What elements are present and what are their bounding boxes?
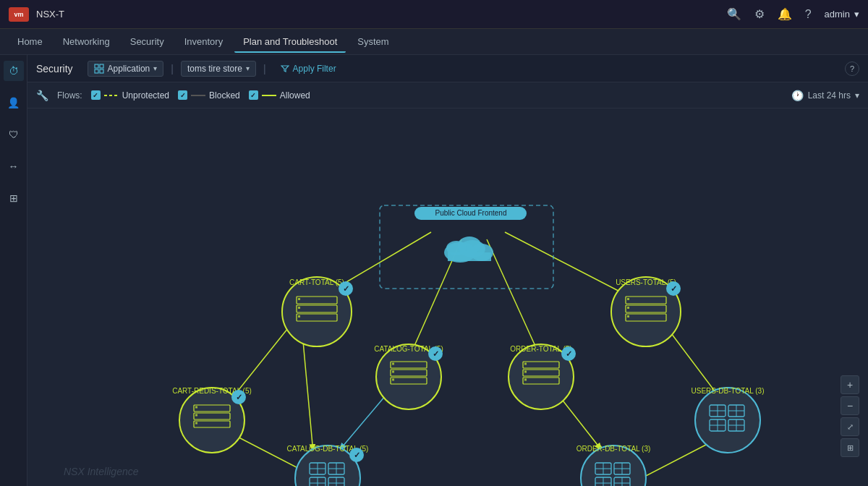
unprotected-line xyxy=(104,95,119,96)
nav-home[interactable]: Home xyxy=(9,32,51,51)
toolbar-right: 🕐 Last 24 hrs ▾ xyxy=(791,90,859,101)
fit-button[interactable]: ⤢ xyxy=(841,417,859,436)
top-bar-icons: 🔍 ⚙ 🔔 ? admin ▾ xyxy=(727,7,859,21)
zoom-in-button[interactable]: + xyxy=(841,375,859,394)
svg-text:✓: ✓ xyxy=(566,349,572,358)
application-filter-label: Application xyxy=(108,64,150,74)
svg-rect-34 xyxy=(298,307,300,309)
svg-rect-62 xyxy=(524,363,527,365)
nav-networking[interactable]: Networking xyxy=(54,32,119,51)
allowed-checkbox[interactable] xyxy=(249,90,258,100)
svg-line-12 xyxy=(339,391,389,451)
svg-rect-74 xyxy=(195,414,197,417)
store-filter-label: toms tire store xyxy=(187,64,242,74)
svg-rect-42 xyxy=(627,298,629,300)
svg-text:Public Cloud Frontend: Public Cloud Frontend xyxy=(435,209,507,217)
panel-header: Security Application ▾ | toms tire store… xyxy=(27,55,868,82)
clock-icon: 🕐 xyxy=(791,90,804,101)
allowed-label: Allowed xyxy=(280,90,310,101)
settings-icon[interactable]: ⚙ xyxy=(754,7,765,21)
app-filter-icon xyxy=(94,64,104,74)
allowed-line xyxy=(262,95,276,96)
svg-rect-0 xyxy=(95,64,98,68)
flow-unprotected[interactable]: Unprotected xyxy=(91,90,169,101)
sidebar-icon-clock[interactable]: ⏱ xyxy=(4,61,24,81)
svg-rect-1 xyxy=(100,64,103,68)
sidebar-icon-user[interactable]: 👤 xyxy=(4,93,24,113)
svg-rect-3 xyxy=(100,69,103,73)
blocked-line xyxy=(191,95,205,96)
svg-rect-32 xyxy=(298,298,300,300)
svg-rect-64 xyxy=(524,371,527,373)
app-title: NSX-T xyxy=(36,9,64,20)
sidebar-icon-grid[interactable]: ⊞ xyxy=(4,188,24,208)
sidebar-icon-shield[interactable]: 🛡 xyxy=(4,124,24,145)
svg-rect-56 xyxy=(392,379,394,381)
flow-allowed[interactable]: Allowed xyxy=(249,90,310,101)
time-label: Last 24 hrs xyxy=(808,90,851,101)
admin-menu[interactable]: admin ▾ xyxy=(825,9,859,20)
flow-blocked[interactable]: Blocked xyxy=(178,90,240,101)
blocked-label: Blocked xyxy=(209,90,240,101)
topology-diagram: Public Cloud Frontend CART-TOTAL (5) xyxy=(27,108,868,486)
svg-text:✓: ✓ xyxy=(671,284,677,293)
svg-rect-72 xyxy=(195,406,197,409)
svg-line-9 xyxy=(487,239,541,359)
svg-rect-52 xyxy=(392,363,394,365)
left-sidebar: ⏱ 👤 🛡 ↔ ⊞ xyxy=(0,55,27,486)
main-nav: Home Networking Security Inventory Plan … xyxy=(0,29,868,55)
sidebar-icon-arrow[interactable]: ↔ xyxy=(4,156,24,176)
zoom-controls: + − ⤢ ⊞ xyxy=(841,375,859,457)
store-filter[interactable]: toms tire store ▾ xyxy=(181,61,256,77)
svg-rect-54 xyxy=(392,371,394,373)
reset-button[interactable]: ⊞ xyxy=(841,438,859,457)
toolbar-left: 🔧 Flows: Unprotected Blocked Allowed xyxy=(36,90,310,101)
wrench-icon[interactable]: 🔧 xyxy=(36,90,48,101)
application-filter[interactable]: Application ▾ xyxy=(88,61,164,77)
help-icon[interactable]: ? xyxy=(805,8,812,21)
flows-label: Flows: xyxy=(57,90,82,101)
svg-text:✓: ✓ xyxy=(433,349,439,358)
svg-line-11 xyxy=(302,333,313,453)
svg-rect-2 xyxy=(95,69,98,73)
svg-rect-44 xyxy=(627,307,629,309)
bell-icon[interactable]: 🔔 xyxy=(778,7,792,21)
panel-help-button[interactable]: ? xyxy=(845,61,859,76)
main-panel: Security Application ▾ | toms tire store… xyxy=(27,55,868,486)
panel-title: Security xyxy=(36,63,73,74)
unprotected-label: Unprotected xyxy=(122,90,169,101)
svg-rect-76 xyxy=(195,422,197,425)
time-chevron[interactable]: ▾ xyxy=(855,90,859,101)
svg-text:ORDER-DB-TOTAL (3): ORDER-DB-TOTAL (3) xyxy=(576,445,651,453)
store-filter-chevron: ▾ xyxy=(246,64,250,72)
content-area: ⏱ 👤 🛡 ↔ ⊞ Security Application ▾ | toms … xyxy=(0,55,868,486)
filter-separator: | xyxy=(171,63,174,74)
svg-rect-66 xyxy=(524,379,527,381)
svg-line-7 xyxy=(505,232,635,299)
svg-rect-36 xyxy=(298,315,300,317)
diagram-area: Public Cloud Frontend CART-TOTAL (5) xyxy=(27,108,868,486)
unprotected-checkbox[interactable] xyxy=(91,90,101,100)
application-filter-chevron: ▾ xyxy=(153,64,157,72)
svg-text:CART-TOTAL (5): CART-TOTAL (5) xyxy=(289,278,344,286)
svg-text:✓: ✓ xyxy=(354,451,360,459)
svg-rect-28 xyxy=(448,252,491,261)
svg-point-79 xyxy=(695,388,760,453)
svg-text:✓: ✓ xyxy=(343,284,349,293)
svg-text:✓: ✓ xyxy=(236,393,242,401)
toolbar: 🔧 Flows: Unprotected Blocked Allowed xyxy=(27,82,868,108)
nav-security[interactable]: Security xyxy=(122,32,173,51)
top-bar: vm NSX-T 🔍 ⚙ 🔔 ? admin ▾ xyxy=(0,0,868,29)
filter-separator-2: | xyxy=(263,63,266,74)
apply-filter-button[interactable]: Apply Filter xyxy=(273,61,344,76)
search-icon[interactable]: 🔍 xyxy=(727,7,741,21)
zoom-out-button[interactable]: − xyxy=(841,396,859,415)
admin-chevron: ▾ xyxy=(854,9,859,20)
svg-rect-46 xyxy=(627,315,629,317)
nav-system[interactable]: System xyxy=(349,32,397,51)
blocked-checkbox[interactable] xyxy=(178,90,187,100)
nav-inventory[interactable]: Inventory xyxy=(176,32,231,51)
nav-plan-troubleshoot[interactable]: Plan and Troubleshoot xyxy=(234,32,346,53)
vm-logo: vm xyxy=(9,7,29,22)
watermark: NSX Intelligence xyxy=(64,466,139,477)
